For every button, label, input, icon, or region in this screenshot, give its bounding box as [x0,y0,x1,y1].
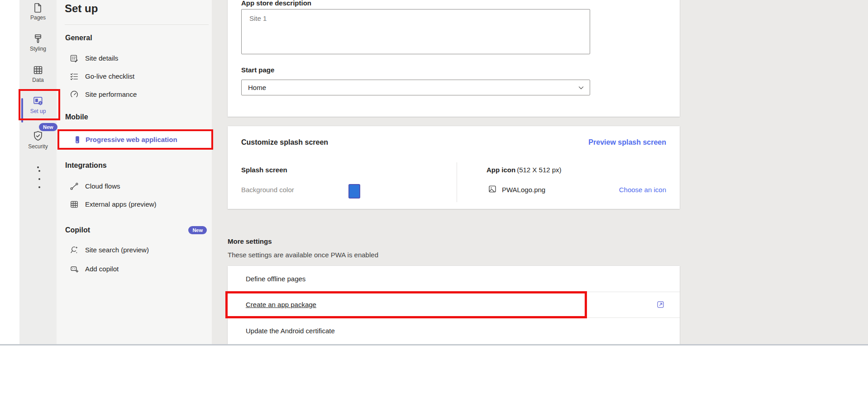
row-update-android-certificate[interactable]: Update the Android certificate [228,317,680,344]
start-page-value: Home [248,80,266,95]
app-window: Pages Styling [0,0,868,344]
rail-label-pages: Pages [19,15,57,21]
styling-paintbrush-icon [19,33,57,45]
pages-icon [19,2,57,14]
site-details-form-icon [69,53,79,63]
nav-section-mobile: Mobile [65,113,88,121]
page-title: Set up [65,2,98,15]
rail-item-pages[interactable]: Pages [19,2,57,21]
splash-screen-card: Customize splash screen Preview splash s… [228,126,680,209]
app-icon-file-name: PWALogo.png [502,186,545,194]
open-in-new-window-icon[interactable] [656,300,665,309]
copilot-new-badge: New [188,226,207,234]
app-icon-size-hint: (512 X 512 px) [517,166,561,174]
image-icon [487,184,497,194]
chevron-down-icon [578,85,584,91]
background-color-label: Background color [241,186,294,194]
window-bottom-edge [0,344,868,345]
performance-gauge-icon [69,90,79,99]
start-page-dropdown[interactable]: Home [241,80,590,95]
security-shield-icon [19,130,57,142]
selected-accent-bar [21,98,23,123]
splash-card-title: Customize splash screen [241,138,328,147]
data-table-icon [19,64,57,76]
splash-screen-heading: Splash screen [241,166,287,174]
nav-item-label: Site details [85,49,118,67]
nav-section-general: General [65,34,92,42]
rail-item-styling[interactable]: Styling [19,33,57,52]
nav-item-go-live-checklist[interactable]: Go-live checklist [57,67,212,85]
nav-item-external-apps[interactable]: External apps (preview) [57,195,212,213]
nav-item-site-details[interactable]: Site details [57,49,212,67]
setup-gear-window-icon [19,95,57,107]
cloud-flows-icon [69,181,79,191]
rail-more-button[interactable] [19,163,57,171]
nav-item-add-copilot[interactable]: Add copilot [57,260,212,278]
app-icon-heading: App icon(512 X 512 px) [486,166,562,174]
row-label: Update the Android certificate [246,317,335,344]
nav-item-site-performance[interactable]: Site performance [57,85,212,104]
row-label: Define offline pages [246,266,305,292]
app-store-description-label: App store description [241,0,311,7]
nav-item-label: External apps (preview) [85,195,157,213]
nav-item-label: Add copilot [85,260,119,278]
row-create-app-package[interactable]: Create an app package [228,292,680,317]
checklist-icon [69,71,79,81]
nav-item-progressive-web-application[interactable]: Progressive web application [59,130,211,149]
main-content: App store description Start page Home Cu… [212,0,868,344]
rail-item-setup[interactable]: Set up [19,95,57,114]
rail-label-setup: Set up [19,109,57,114]
preview-splash-screen-link[interactable]: Preview splash screen [588,138,666,147]
nav-item-cloud-flows[interactable]: Cloud flows [57,177,212,195]
nav-item-label: Go-live checklist [85,67,134,85]
power-pages-setup-screen: Pages Styling [0,0,868,402]
more-ellipsis-icon [37,166,39,168]
rail-item-security[interactable]: Security [19,130,57,150]
add-copilot-bot-icon [69,264,79,274]
nav-section-copilot: Copilot [65,226,90,234]
rail-label-styling: Styling [19,46,57,52]
row-define-offline-pages[interactable]: Define offline pages [228,266,680,292]
search-sparkle-icon [69,245,79,255]
title-divider [65,24,209,25]
security-new-badge: New [39,123,57,131]
start-page-label: Start page [241,66,274,74]
nav-section-integrations: Integrations [65,161,107,170]
external-apps-grid-icon [69,199,79,209]
rail-item-data[interactable]: Data [19,64,57,83]
column-divider [457,162,457,202]
more-settings-subtitle: These settings are available once PWA is… [228,251,378,259]
background-color-swatch[interactable] [348,184,360,199]
app-store-description-input[interactable] [241,9,590,54]
more-settings-card: Define offline pages Create an app packa… [228,266,680,344]
workspace-rail: Pages Styling [19,0,57,344]
more-settings-title: More settings [228,237,272,245]
create-app-package-link[interactable]: Create an app package [246,292,316,317]
setup-nav-panel: Set up General Site details [57,0,212,344]
pwa-settings-card: App store description Start page Home [228,0,680,117]
nav-item-site-search[interactable]: Site search (preview) [57,241,212,259]
nav-item-label: Site search (preview) [85,241,149,259]
choose-an-icon-link[interactable]: Choose an icon [619,186,666,194]
pwa-phone-icon [72,135,82,145]
nav-item-label: Site performance [85,85,137,104]
nav-item-label: Cloud flows [85,177,120,195]
nav-item-label: Progressive web application [86,130,177,149]
rail-label-security: Security [19,144,57,150]
rail-label-data: Data [19,77,57,83]
